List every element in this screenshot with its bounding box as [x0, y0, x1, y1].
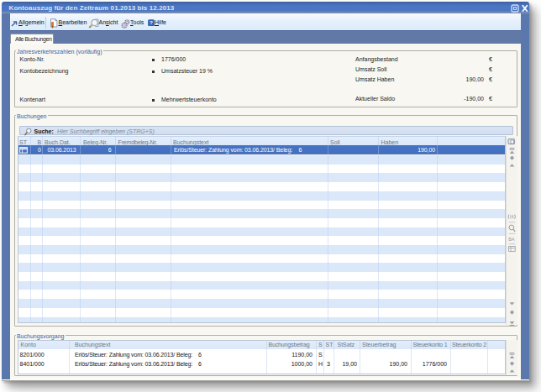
svg-text:BA: BA	[508, 237, 515, 242]
svg-text:?: ?	[150, 19, 153, 25]
